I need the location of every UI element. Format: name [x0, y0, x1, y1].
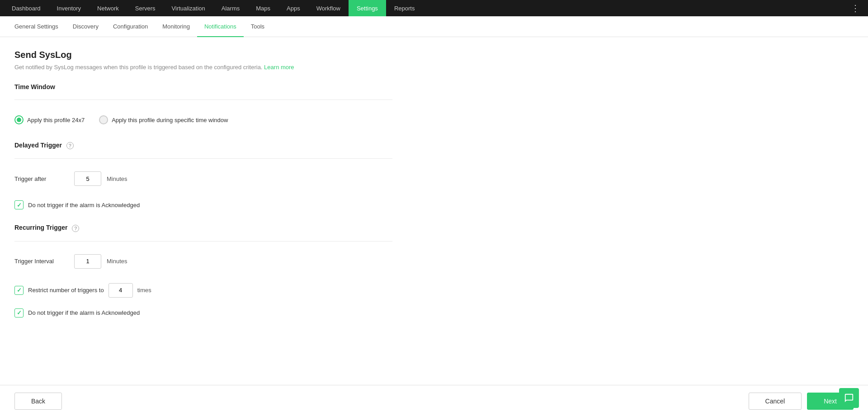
learn-more-link[interactable]: Learn more — [264, 64, 294, 71]
trigger-after-unit: Minutes — [107, 175, 127, 182]
nav-network[interactable]: Network — [89, 0, 127, 16]
time-window-label: Time Window — [14, 83, 392, 90]
nav-settings[interactable]: Settings — [349, 0, 386, 16]
radio-option-specific[interactable]: Apply this profile during specific time … — [99, 115, 228, 124]
nav-alarms[interactable]: Alarms — [213, 0, 248, 16]
recurring-trigger-divider — [14, 241, 392, 242]
delayed-trigger-section: Delayed Trigger ? Trigger after Minutes … — [14, 142, 392, 213]
delayed-no-trigger-row: ✓ Do not trigger if the alarm is Acknowl… — [14, 197, 392, 213]
nav-reports[interactable]: Reports — [386, 0, 423, 16]
recurring-no-trigger-label: Do not trigger if the alarm is Acknowled… — [28, 309, 140, 316]
restrict-triggers-checkbox[interactable]: ✓ — [14, 286, 24, 295]
recurring-trigger-section: Recurring Trigger ? Trigger Interval Min… — [14, 224, 392, 321]
nav-servers[interactable]: Servers — [127, 0, 164, 16]
trigger-after-input[interactable] — [74, 171, 101, 186]
page-subtitle: Get notified by SysLog messages when thi… — [14, 64, 392, 71]
nav-apps[interactable]: Apps — [278, 0, 308, 16]
more-options-button[interactable]: ⋮ — [846, 3, 864, 14]
delayed-trigger-divider — [14, 158, 392, 159]
subnav-monitoring[interactable]: Monitoring — [155, 17, 197, 37]
subnav-configuration[interactable]: Configuration — [106, 17, 155, 37]
trigger-interval-input[interactable] — [74, 254, 101, 269]
restrict-triggers-input[interactable] — [108, 283, 133, 298]
nav-inventory[interactable]: Inventory — [49, 0, 89, 16]
trigger-interval-row: Trigger Interval Minutes — [14, 251, 392, 272]
trigger-after-row: Trigger after Minutes — [14, 168, 392, 190]
restrict-triggers-label: Restrict number of triggers to — [28, 287, 104, 294]
delayed-trigger-label: Delayed Trigger ? — [14, 142, 392, 149]
subnav-tools[interactable]: Tools — [244, 17, 272, 37]
time-window-section: Time Window Apply this profile 24x7 Appl… — [14, 83, 392, 131]
time-window-divider — [14, 100, 392, 100]
trigger-interval-unit: Minutes — [107, 258, 127, 265]
subnav-notifications[interactable]: Notifications — [197, 17, 244, 37]
nav-virtualization[interactable]: Virtualization — [164, 0, 213, 16]
trigger-interval-label: Trigger Interval — [14, 258, 69, 265]
recurring-no-trigger-checkmark: ✓ — [17, 309, 22, 316]
trigger-after-label: Trigger after — [14, 175, 69, 182]
delayed-no-trigger-checkbox[interactable]: ✓ — [14, 200, 24, 209]
subnav-discovery[interactable]: Discovery — [66, 17, 106, 37]
recurring-trigger-label: Recurring Trigger ? — [14, 224, 392, 232]
nav-maps[interactable]: Maps — [248, 0, 278, 16]
radio-24x7-dot[interactable] — [14, 115, 24, 124]
recurring-trigger-help-icon[interactable]: ? — [72, 225, 79, 232]
restrict-triggers-unit: times — [137, 287, 151, 294]
restrict-triggers-row: ✓ Restrict number of triggers to times — [14, 280, 392, 301]
recurring-no-trigger-row: ✓ Do not trigger if the alarm is Acknowl… — [14, 305, 392, 321]
main-content: Send SysLog Get notified by SysLog messa… — [0, 37, 407, 337]
radio-specific-label: Apply this profile during specific time … — [112, 117, 228, 123]
nav-dashboard[interactable]: Dashboard — [4, 0, 49, 16]
nav-workflow[interactable]: Workflow — [308, 0, 349, 16]
radio-specific-dot[interactable] — [99, 115, 108, 124]
recurring-no-trigger-checkbox[interactable]: ✓ — [14, 308, 24, 317]
delayed-no-trigger-label: Do not trigger if the alarm is Acknowled… — [28, 202, 140, 208]
subnav-general-settings[interactable]: General Settings — [7, 17, 66, 37]
delayed-trigger-help-icon[interactable]: ? — [66, 142, 74, 149]
radio-24x7-label: Apply this profile 24x7 — [27, 117, 85, 123]
time-window-options: Apply this profile 24x7 Apply this profi… — [14, 109, 392, 131]
radio-option-24x7[interactable]: Apply this profile 24x7 — [14, 115, 85, 124]
delayed-no-trigger-checkmark: ✓ — [17, 202, 22, 208]
restrict-triggers-checkmark: ✓ — [17, 287, 22, 294]
page-title: Send SysLog — [14, 50, 392, 60]
sub-nav: General Settings Discovery Configuration… — [0, 16, 868, 37]
top-nav: Dashboard Inventory Network Servers Virt… — [0, 0, 868, 16]
